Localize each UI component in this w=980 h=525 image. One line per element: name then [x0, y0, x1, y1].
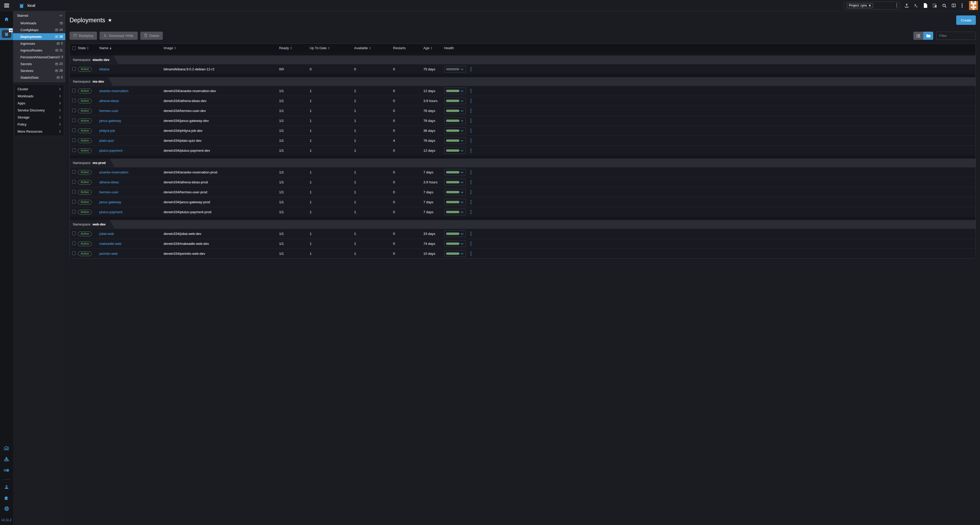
sidebar-group-cluster[interactable]: Cluster — [14, 86, 64, 93]
health-bar — [446, 171, 460, 174]
redeploy-button[interactable]: Redeploy — [70, 32, 97, 40]
row-actions-kebab-icon[interactable] — [470, 118, 472, 123]
health-scale-select[interactable] — [444, 118, 466, 124]
row-actions-kebab-icon[interactable] — [470, 180, 472, 185]
deployment-name-link[interactable]: hermes-user — [99, 190, 118, 194]
health-scale-select[interactable] — [444, 66, 466, 72]
row-checkbox[interactable] — [72, 200, 76, 204]
row-actions-kebab-icon[interactable] — [470, 170, 472, 175]
sidebar-group-label: Workloads — [18, 94, 33, 98]
column-header-state[interactable]: State — [78, 46, 99, 50]
sidebar-item-configmaps[interactable]: ConfigMaps14 — [13, 26, 65, 33]
health-scale-select[interactable] — [444, 107, 466, 114]
deployment-name-link[interactable]: athena-ideas — [99, 180, 119, 184]
row-checkbox[interactable] — [72, 89, 76, 93]
sidebar-group-policy[interactable]: Policy — [14, 121, 64, 128]
hamburger-menu-icon[interactable] — [4, 3, 9, 8]
row-checkbox[interactable] — [72, 118, 76, 122]
health-scale-select[interactable] — [444, 179, 466, 185]
column-header-up-to-date[interactable]: Up To Date — [310, 46, 354, 50]
sidebar-item-secrets[interactable]: Secrets23 — [13, 61, 65, 67]
row-actions-kebab-icon[interactable] — [470, 190, 472, 195]
rail-cluster-local[interactable] — [0, 28, 13, 40]
row-checkbox[interactable] — [72, 170, 76, 174]
row-actions-kebab-icon[interactable] — [470, 67, 472, 72]
row-checkbox[interactable] — [72, 109, 76, 112]
row-actions-kebab-icon[interactable] — [470, 231, 472, 236]
health-scale-select[interactable] — [444, 209, 466, 215]
column-header-age[interactable]: Age — [423, 46, 444, 50]
row-actions-kebab-icon[interactable] — [470, 108, 472, 113]
health-scale-select[interactable] — [444, 88, 466, 94]
row-checkbox[interactable] — [72, 231, 76, 235]
health-scale-select[interactable] — [444, 169, 466, 176]
deployment-name-link[interactable]: janus-gateway — [99, 200, 121, 204]
favorite-star-icon[interactable]: ★ — [108, 17, 112, 23]
column-header-name[interactable]: Name — [99, 46, 164, 50]
row-actions-kebab-icon[interactable] — [470, 199, 472, 205]
deployment-name-link[interactable]: kibana — [99, 67, 109, 71]
row-checkbox[interactable] — [72, 190, 76, 193]
deployment-name-link[interactable]: plutus-payment — [99, 148, 123, 153]
column-header-image[interactable]: Image — [164, 46, 279, 50]
sidebar-item-workloads[interactable]: Workloads — [13, 20, 65, 26]
deployment-name-link[interactable]: plutus-payment — [99, 210, 123, 214]
row-checkbox[interactable] — [72, 99, 76, 102]
starred-section-header[interactable]: Starred — [13, 11, 65, 20]
deployment-name-link[interactable]: perintis-web — [99, 252, 118, 255]
row-checkbox[interactable] — [72, 241, 76, 245]
row-actions-kebab-icon[interactable] — [470, 209, 472, 215]
column-header-available[interactable]: Available — [354, 46, 393, 50]
row-checkbox[interactable] — [72, 180, 76, 184]
sidebar-item-deployments[interactable]: Deployments16 — [13, 33, 65, 40]
row-actions-kebab-icon[interactable] — [470, 98, 472, 104]
health-scale-select[interactable] — [444, 199, 466, 205]
download-yaml-button[interactable]: Download YAML — [100, 32, 138, 40]
health-scale-select[interactable] — [444, 240, 466, 247]
home-icon[interactable] — [4, 16, 10, 23]
health-scale-select[interactable] — [444, 97, 466, 104]
health-scale-select[interactable] — [444, 137, 466, 144]
deployment-name-link[interactable]: athena-ideas — [99, 99, 119, 103]
row-actions-kebab-icon[interactable] — [470, 88, 472, 94]
deployment-name-link[interactable]: jobai-web — [99, 232, 114, 236]
row-checkbox[interactable] — [72, 67, 76, 71]
sidebar-item-ingresses[interactable]: Ingresses0 — [13, 40, 65, 47]
deployment-name-link[interactable]: hermes-user — [99, 109, 118, 113]
sidebar-group-workloads[interactable]: Workloads — [14, 93, 64, 100]
health-scale-select[interactable] — [444, 128, 466, 134]
deployment-name-link[interactable]: plato-quiz — [99, 139, 114, 142]
health-scale-select[interactable] — [444, 147, 466, 154]
column-header-ready[interactable]: Ready — [279, 46, 310, 50]
deployment-name-link[interactable]: janus-gateway — [99, 119, 121, 123]
sidebar-group-storage[interactable]: Storage — [14, 114, 64, 121]
sidebar-group-service-discovery[interactable]: Service Discovery — [14, 107, 64, 114]
row-actions-kebab-icon[interactable] — [470, 138, 472, 144]
deployment-name-link[interactable]: ananke-reservation — [99, 89, 128, 93]
sidebar-item-statefulsets[interactable]: StatefulSets5 — [13, 74, 65, 81]
row-checkbox[interactable] — [72, 128, 76, 132]
sidebar-group-apps[interactable]: Apps — [14, 100, 64, 107]
health-scale-select[interactable] — [444, 251, 466, 257]
pin-expand-icon[interactable] — [9, 29, 13, 32]
row-checkbox[interactable] — [72, 251, 76, 255]
row-checkbox[interactable] — [72, 148, 76, 152]
sidebar-item-ingressroutes[interactable]: IngressRoutes11 — [13, 47, 65, 54]
row-actions-kebab-icon[interactable] — [470, 251, 472, 256]
deployment-name-link[interactable]: philyra-job — [99, 129, 115, 132]
sidebar-item-services[interactable]: Services28 — [13, 67, 65, 74]
health-scale-select[interactable] — [444, 189, 466, 195]
deployment-name-link[interactable]: makeadle-web — [99, 242, 121, 246]
row-actions-kebab-icon[interactable] — [470, 241, 472, 246]
deployment-name-link[interactable]: ananke-reservation — [99, 170, 128, 174]
sidebar-item-persistentvolumeclaims[interactable]: PersistentVolumeClaims5 — [13, 54, 65, 61]
health-scale-select[interactable] — [444, 230, 466, 237]
sidebar-group-more-resources[interactable]: More Resources — [14, 128, 64, 135]
row-checkbox[interactable] — [72, 210, 76, 214]
select-all-checkbox[interactable] — [72, 46, 76, 50]
age-cell: 76 days — [423, 119, 444, 123]
row-actions-kebab-icon[interactable] — [470, 128, 472, 133]
row-checkbox[interactable] — [72, 138, 76, 142]
row-actions-kebab-icon[interactable] — [470, 148, 472, 153]
delete-button[interactable]: Delete — [140, 32, 163, 40]
